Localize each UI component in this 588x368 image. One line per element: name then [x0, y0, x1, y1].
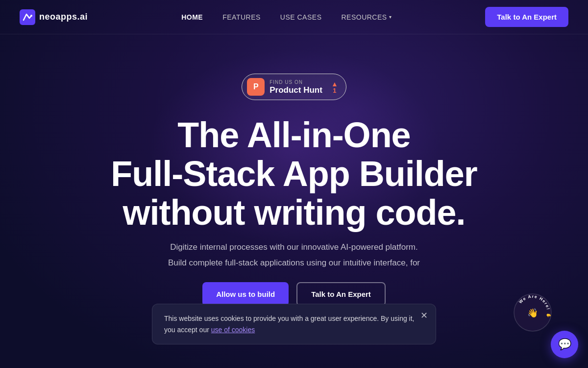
product-hunt-main-text: Product Hunt	[270, 86, 322, 94]
nav-cta-button[interactable]: Talk to An Expert	[485, 7, 568, 27]
chat-bubble-button[interactable]: 💬	[551, 331, 578, 358]
svg-rect-0	[20, 9, 35, 25]
we-are-here-badge: We Are Here! ✋ 👋	[511, 290, 555, 335]
product-hunt-badge[interactable]: P FIND US ON Product Hunt ▲ 1	[242, 74, 346, 100]
hero-expert-button[interactable]: Talk to An Expert	[296, 282, 386, 306]
hero-subtext1: Digitize internal processes with our inn…	[170, 240, 418, 255]
wave-emoji: 👋	[527, 308, 539, 318]
hero-cta-buttons: Allow us to build Talk to An Expert	[202, 282, 386, 306]
cookie-banner: ✕ This website uses cookies to provide y…	[152, 304, 436, 344]
hero-heading: The All-in-One Full-Stack App Builder wi…	[111, 116, 477, 233]
logo-icon	[20, 9, 35, 25]
product-hunt-vote: ▲ 1	[331, 80, 338, 94]
hero-build-button[interactable]: Allow us to build	[202, 282, 289, 306]
product-hunt-logo: P	[247, 78, 265, 96]
nav-features[interactable]: FEATURES	[222, 13, 261, 21]
svg-point-1	[30, 15, 32, 17]
nav-resources[interactable]: RESOURCES ▾	[341, 13, 392, 21]
hero-section: P FIND US ON Product Hunt ▲ 1 The All-in…	[0, 34, 588, 306]
vote-count: 1	[333, 87, 336, 94]
nav-links: HOME FEATURES USE CASES RESOURCES ▾	[181, 13, 392, 22]
hero-subtext2: Build complete full-stack applications u…	[168, 256, 420, 270]
hero-heading-line3: without writing code.	[123, 193, 466, 232]
chat-icon: 💬	[558, 338, 571, 351]
logo-text: neoapps.ai	[39, 12, 88, 22]
hero-heading-line1: The All-in-One	[177, 115, 410, 155]
product-hunt-top-text: FIND US ON	[270, 80, 303, 85]
navigation: neoapps.ai HOME FEATURES USE CASES RESOU…	[0, 0, 588, 34]
cookie-text: This website uses cookies to provide you…	[164, 313, 424, 335]
hero-heading-line2: Full-Stack App Builder	[111, 154, 477, 193]
logo-link[interactable]: neoapps.ai	[20, 9, 88, 25]
vote-arrow-icon: ▲	[331, 80, 338, 87]
cookie-link[interactable]: use of cookies	[211, 326, 255, 334]
product-hunt-text: FIND US ON Product Hunt	[270, 80, 322, 94]
cookie-close-button[interactable]: ✕	[420, 311, 428, 320]
nav-use-cases[interactable]: USE CASES	[280, 13, 322, 21]
nav-home[interactable]: HOME	[181, 13, 203, 21]
chevron-down-icon: ▾	[389, 14, 392, 20]
